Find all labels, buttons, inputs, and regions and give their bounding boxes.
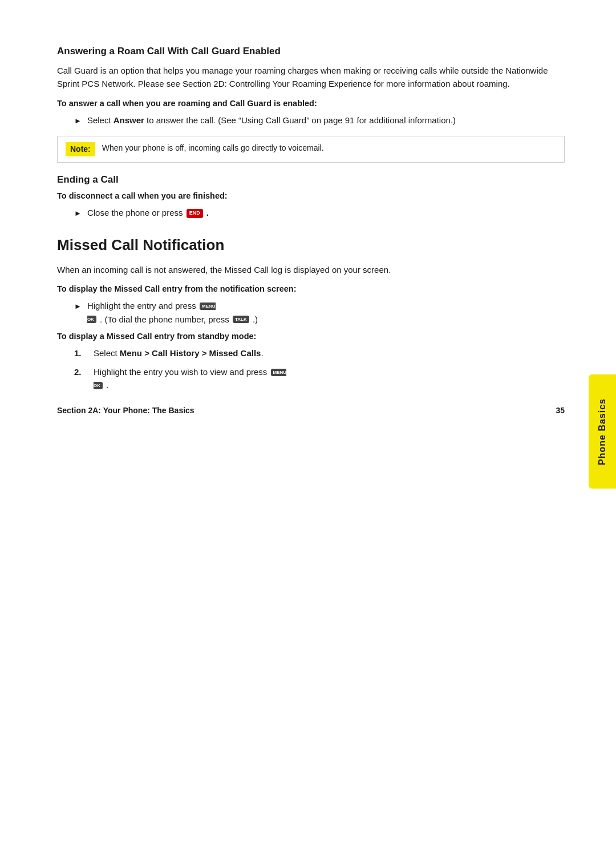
side-tab-label: Phone Basics	[597, 398, 607, 465]
footer-page: 35	[556, 406, 565, 415]
step2-text: Highlight the entry you wish to view and…	[94, 365, 286, 392]
section1-heading: Answering a Roam Call With Call Guard En…	[57, 46, 565, 57]
step1-text: Select Menu > Call History > Missed Call…	[94, 346, 264, 360]
section2-heading: Ending a Call	[57, 174, 565, 185]
ordered-list: 1. Select Menu > Call History > Missed C…	[74, 346, 565, 392]
page-footer: Section 2A: Your Phone: The Basics 35	[57, 406, 565, 415]
step-number-2: 2.	[74, 365, 86, 378]
section2-instruction: To disconnect a call when you are finish…	[57, 191, 565, 200]
section3-body: When an incoming call is not answered, t…	[57, 263, 565, 276]
bullet-arrow-icon: ►	[74, 115, 82, 127]
bullet-arrow-icon-3: ►	[74, 301, 82, 312]
note-label: Note:	[66, 142, 95, 156]
section2-bullet-text: Close the phone or press END .	[87, 206, 209, 219]
side-tab: Phone Basics	[589, 374, 616, 489]
talk-button-icon: TALK	[233, 316, 249, 323]
end-button-icon: END	[187, 209, 203, 218]
step-number-1: 1.	[74, 346, 86, 360]
ordered-item-2: 2. Highlight the entry you wish to view …	[74, 365, 565, 392]
section3-instruction1: To display the Missed Call entry from th…	[57, 284, 565, 293]
section3-bullet1-text: Highlight the entry and press MENUOK . (…	[87, 299, 258, 326]
section2-bullet: ► Close the phone or press END .	[74, 206, 565, 219]
section3-bullet1: ► Highlight the entry and press MENUOK .…	[74, 299, 565, 326]
section3-heading: Missed Call Notification	[57, 236, 565, 254]
note-box: Note: When your phone is off, incoming c…	[57, 136, 565, 163]
footer-section: Section 2A: Your Phone: The Basics	[57, 406, 194, 415]
section1-body: Call Guard is an option that helps you m…	[57, 64, 565, 91]
section1-bullet-text: Select Answer to answer the call. (See “…	[87, 114, 456, 127]
section1-bullet: ► Select Answer to answer the call. (See…	[74, 114, 565, 127]
bullet-arrow-icon-2: ►	[74, 208, 82, 219]
section1-instruction: To answer a call when you are roaming an…	[57, 99, 565, 108]
step1-bold: Menu > Call History > Missed Calls	[120, 348, 261, 358]
note-text: When your phone is off, incoming calls g…	[102, 142, 324, 154]
section3-instruction2: To display a Missed Call entry from stan…	[57, 332, 565, 341]
ordered-item-1: 1. Select Menu > Call History > Missed C…	[74, 346, 565, 360]
